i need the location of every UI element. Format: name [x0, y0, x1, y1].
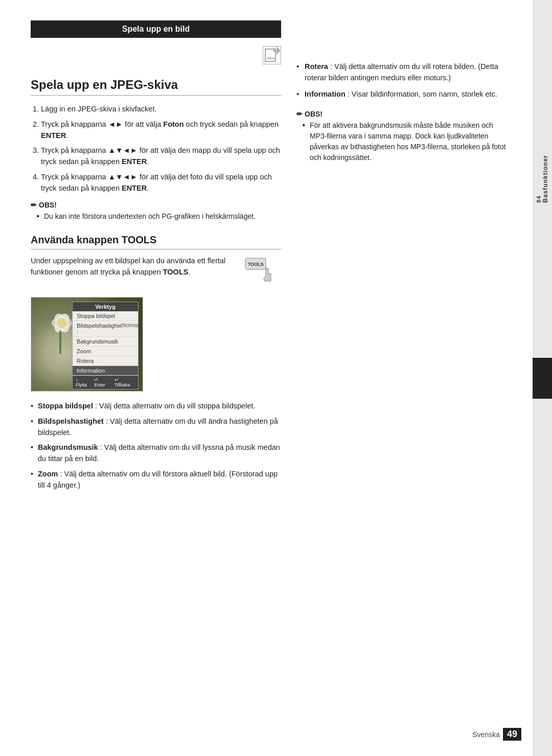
menu-header: Verktyg — [73, 302, 138, 311]
obs-title-right: ✏ OBS! — [296, 110, 507, 118]
menu-overlay: Verktyg Stoppa bildspel Bildspelshastigh… — [72, 302, 139, 390]
svg-text:JPEG: JPEG — [267, 57, 275, 60]
tools-intro: Under uppspelning av ett bildspel kan du… — [31, 256, 281, 290]
page-number-area: Svenska 49 — [472, 728, 521, 741]
header-box: Spela upp en bild — [31, 20, 281, 38]
menu-item-4: Rotera — [73, 356, 138, 366]
svg-rect-8 — [59, 331, 61, 354]
step-1: Lägg in en JPEG-skiva i skivfacket. — [41, 104, 281, 115]
steps-list: Lägg in en JPEG-skiva i skivfacket. Tryc… — [31, 104, 281, 194]
header-box-label: Spela upp en bild — [122, 25, 190, 33]
tools-section: Använda knappen TOOLS Under uppspelning … — [31, 234, 281, 491]
sidebar-tab-bottom — [533, 399, 552, 757]
main-content: Spela upp en bild JPEG Spela upp en JPEG… — [0, 0, 533, 756]
svg-text:TOOLS: TOOLS — [248, 262, 264, 267]
right-column: Rotera : Välj detta alternativ om du vil… — [296, 20, 507, 736]
obs-item-1: Du kan inte förstora undertexten och PG-… — [37, 211, 281, 222]
section1-title: Spela upp en JPEG-skiva — [31, 78, 281, 96]
sidebar-tab-black — [533, 358, 552, 399]
bullet-zoom: Zoom : Välj detta alternativ om du vill … — [31, 469, 281, 491]
obs-list-1: Du kan inte förstora undertexten och PG-… — [31, 211, 281, 222]
right-bullet-list: Rotera : Välj detta alternativ om du vil… — [296, 61, 507, 100]
obs-section-right: ✏ OBS! För att aktivera bakgrundsmusik m… — [296, 110, 507, 163]
bullet-stoppa: Stoppa bildspel : Välj detta alternativ … — [31, 401, 281, 412]
right-col-top: Rotera : Välj detta alternativ om du vil… — [296, 61, 507, 163]
svg-point-7 — [57, 318, 67, 328]
menu-footer: ↕ Flytta⏎ Enter↩ Tillbaka — [73, 376, 138, 389]
sidebar-tab: 04 Basfunktioner — [533, 0, 552, 756]
menu-screenshot: Verktyg Stoppa bildspel Bildspelshastigh… — [31, 297, 143, 392]
left-column: Spela upp en bild JPEG Spela upp en JPEG… — [31, 20, 281, 736]
obs-list-right: För att aktivera bakgrundsmusik måste bå… — [296, 120, 507, 163]
obs-title-1: ✏ OBS! — [31, 201, 281, 209]
menu-item-2: Bakgrundsmusik — [73, 337, 138, 347]
sidebar-tab-top: 04 Basfunktioner — [533, 0, 552, 358]
sidebar-chapter-label: 04 Basfunktioner — [536, 155, 549, 203]
page-language: Svenska — [472, 730, 500, 739]
right-bullet-rotera: Rotera : Välj detta alternativ om du vil… — [296, 61, 507, 84]
step-2: Tryck på knapparna ◄► för att välja Foto… — [41, 119, 281, 142]
menu-item-0: Stoppa bildspel — [73, 311, 138, 321]
menu-item-5: Information — [73, 366, 138, 376]
page: Spela upp en bild JPEG Spela upp en JPEG… — [0, 0, 552, 756]
section2-title: Använda knappen TOOLS — [31, 234, 281, 249]
menu-item-3: Zoom — [73, 347, 138, 356]
pencil-icon-right: ✏ — [296, 110, 303, 118]
step-3: Tryck på knapparna ▲▼◄► för att välja de… — [41, 145, 281, 168]
tools-button-graphic: TOOLS — [243, 256, 281, 290]
obs-item-right-1: För att aktivera bakgrundsmusik måste bå… — [303, 120, 507, 163]
bullet-bakgrund: Bakgrundsmusik : Välj detta alternativ o… — [31, 442, 281, 465]
menu-item-1: Bildspelshastighet :Normal — [73, 321, 138, 337]
jpeg-icon: JPEG — [263, 46, 281, 64]
page-number-box: 49 — [503, 728, 521, 741]
right-bullet-information: Information : Visar bildinformation, som… — [296, 89, 507, 100]
tools-bullet-list: Stoppa bildspel : Välj detta alternativ … — [31, 401, 281, 491]
obs-section-1: ✏ OBS! Du kan inte förstora undertexten … — [31, 201, 281, 222]
step-4: Tryck på knapparna ▲▼◄► för att välja de… — [41, 172, 281, 194]
pencil-icon-1: ✏ — [31, 201, 37, 209]
bullet-hastighet: Bildspelshastighet : Välj detta alternat… — [31, 416, 281, 439]
